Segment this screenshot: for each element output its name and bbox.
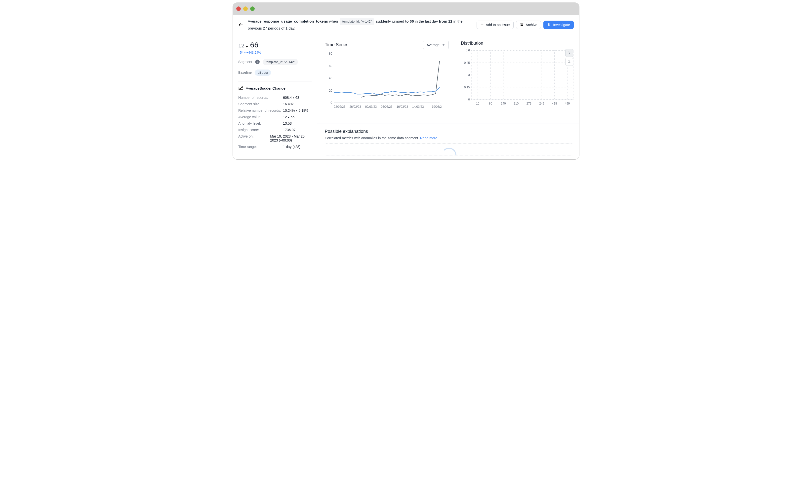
svg-text:60: 60 <box>329 64 333 68</box>
delta-pct: +443.24% <box>247 51 261 54</box>
insight-sidebar: 12 ▸ 66 ↑54 • +443.24% Segment i templat… <box>233 35 317 159</box>
collapse-axis-button[interactable] <box>565 49 573 57</box>
svg-text:249: 249 <box>539 102 544 105</box>
stats-row: Segment size:16.49k <box>238 101 312 107</box>
stats-label: Segment size: <box>238 102 283 106</box>
value-from: 12 <box>238 42 244 49</box>
stats-row: Active on:Mar 19, 2023 - Mar 20, 2023 (+… <box>238 133 312 144</box>
info-icon[interactable]: i <box>255 60 260 64</box>
insight-summary: Average response_usage_completion_tokens… <box>248 18 473 32</box>
explanations-subtitle-text: Correlated metrics with anomalies in the… <box>325 136 420 140</box>
page-header: Average response_usage_completion_tokens… <box>233 15 579 35</box>
stats-label: Time range: <box>238 145 283 149</box>
plus-icon <box>480 23 484 27</box>
segment-row: Segment i template_id: "A-142" <box>238 59 312 65</box>
distribution-svg: 00.150.30.450.61080140210279249418499 <box>461 49 575 106</box>
insight-stats: Number of records:608.4 ▸ 63Segment size… <box>238 94 312 150</box>
svg-text:0.3: 0.3 <box>466 73 470 77</box>
explanations-title: Possible explanations <box>325 129 573 134</box>
stats-label: Average value: <box>238 115 283 119</box>
window-close-dot[interactable] <box>236 6 241 11</box>
stats-value: 10.24% ▸ 5.18% <box>283 108 308 112</box>
stats-label: Active on: <box>238 134 270 142</box>
timeseries-title: Time Series <box>325 42 348 47</box>
svg-marker-10 <box>442 44 444 46</box>
stats-value: 13.53 <box>283 121 292 125</box>
timeseries-chart[interactable]: 02040608022/02/2326/02/2302/03/2306/03/2… <box>325 52 449 109</box>
window-zoom-dot[interactable] <box>250 6 255 11</box>
value-change: 12 ▸ 66 <box>238 41 312 49</box>
svg-text:279: 279 <box>526 102 531 105</box>
stats-value: 12 ▸ 66 <box>283 115 295 119</box>
stats-row: Time range:1 day (x28) <box>238 144 312 150</box>
timeseries-svg: 02040608022/02/2326/02/2302/03/2306/03/2… <box>325 52 442 109</box>
spinner-icon <box>442 148 456 155</box>
stats-value: 608.4 ▸ 63 <box>283 96 299 100</box>
timeseries-header: Time Series Average <box>325 41 449 49</box>
zoom-button[interactable] <box>565 58 573 66</box>
app-window: Average response_usage_completion_tokens… <box>233 2 579 160</box>
explanations-section: Possible explanations Correlated metrics… <box>317 123 579 159</box>
archive-icon <box>520 23 524 27</box>
svg-text:10: 10 <box>476 102 479 105</box>
svg-text:19/03/23: 19/03/23 <box>432 105 442 108</box>
summary-to-prefix: to <box>405 19 410 23</box>
aggregation-select[interactable]: Average <box>423 41 449 49</box>
summary-filter-tag: template_id: "A-142" <box>340 18 374 25</box>
segment-label: Segment <box>238 60 252 64</box>
delta-sep: • <box>245 51 247 54</box>
insight-type-label: AverageSuddenChange <box>246 86 286 90</box>
svg-text:0: 0 <box>331 101 332 105</box>
insight-type-row: AverageSuddenChange <box>238 86 312 91</box>
search-zoom-icon <box>547 23 551 27</box>
segment-chip[interactable]: template_id: "A-142" <box>263 59 298 65</box>
magnifier-icon <box>567 60 571 64</box>
stats-label: Number of records: <box>238 96 283 100</box>
svg-text:14/03/23: 14/03/23 <box>412 105 424 108</box>
content-area: 12 ▸ 66 ↑54 • +443.24% Segment i templat… <box>233 35 579 159</box>
chart-panels: Time Series Average 02040608022/02/2326/… <box>317 35 579 123</box>
window-titlebar <box>233 3 579 15</box>
delta-abs: 54 <box>240 51 244 54</box>
explanations-subtitle: Correlated metrics with anomalies in the… <box>325 136 573 140</box>
summary-text-prefix: Average <box>248 19 263 23</box>
summary-text-jumped: suddenly jumped <box>375 19 405 23</box>
collapse-icon <box>567 51 571 55</box>
distribution-chart[interactable]: 00.150.30.450.61080140210279249418499 <box>461 49 573 106</box>
back-button[interactable] <box>237 21 244 28</box>
distribution-title: Distribution <box>461 41 483 46</box>
add-to-issue-button[interactable]: Add to an issue <box>477 21 513 29</box>
investigate-label: Investigate <box>553 23 570 27</box>
chevron-down-icon <box>442 43 445 46</box>
arrow-left-icon <box>238 22 243 27</box>
summary-text-lastday: in the last day <box>414 19 439 23</box>
svg-text:0.15: 0.15 <box>464 85 470 89</box>
archive-button[interactable]: Archive <box>516 21 541 29</box>
investigate-button[interactable]: Investigate <box>543 21 574 29</box>
value-to: 66 <box>250 41 258 49</box>
summary-from-value: 12 <box>448 19 452 23</box>
svg-text:0: 0 <box>468 98 470 101</box>
stats-label: Anomaly level: <box>238 121 283 125</box>
stats-row: Anomaly level:13.53 <box>238 120 312 127</box>
header-actions: Add to an issue Archive Investigate <box>477 21 574 29</box>
stats-row: Insight score:1736.97 <box>238 127 312 133</box>
add-to-issue-label: Add to an issue <box>486 23 510 27</box>
svg-line-7 <box>549 25 550 26</box>
read-more-link[interactable]: Read more <box>420 136 437 140</box>
stats-row: Number of records:608.4 ▸ 63 <box>238 94 312 101</box>
baseline-row: Baseline all data <box>238 70 312 76</box>
svg-text:10/03/23: 10/03/23 <box>397 105 408 108</box>
svg-text:22/02/23: 22/02/23 <box>334 105 345 108</box>
svg-text:0.45: 0.45 <box>464 61 470 64</box>
svg-text:80: 80 <box>489 102 492 105</box>
value-delta: ↑54 • +443.24% <box>238 51 312 54</box>
svg-rect-5 <box>521 25 522 25</box>
svg-text:418: 418 <box>552 102 557 105</box>
distribution-panel: Distribution 00.150.30.450.6108014021027… <box>455 35 579 123</box>
distribution-controls <box>565 49 573 66</box>
stats-label: Insight score: <box>238 128 283 132</box>
window-minimize-dot[interactable] <box>243 6 248 11</box>
svg-text:06/03/23: 06/03/23 <box>381 105 393 108</box>
baseline-chip[interactable]: all data <box>255 70 271 76</box>
